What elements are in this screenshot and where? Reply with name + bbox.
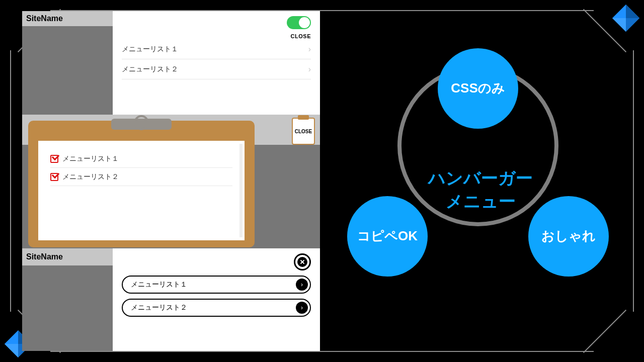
- checkbox-checked-icon: [50, 173, 58, 181]
- menu-item-label: メニューリスト１: [131, 280, 187, 289]
- close-label: CLOSE: [295, 129, 312, 134]
- feature-label: おしゃれ: [541, 228, 596, 244]
- infographic-title: ハンバーガー メニュー: [397, 167, 564, 213]
- frame-right: [633, 50, 634, 312]
- frame-left: [10, 50, 11, 312]
- feature-bubble-top: CSSのみ: [438, 48, 518, 129]
- clipboard-clip-icon: [111, 119, 172, 130]
- site-name-label: SiteName: [26, 14, 63, 23]
- svg-marker-3: [612, 18, 626, 32]
- site-name-header: SiteName: [22, 11, 113, 26]
- feature-label: CSSのみ: [451, 80, 505, 96]
- dropdown-menu: CLOSE メニューリスト１ › メニューリスト２ ›: [113, 11, 320, 115]
- menu-item[interactable]: メニューリスト１ ›: [122, 276, 311, 294]
- frame-bottom: [50, 351, 594, 352]
- close-icon: [297, 257, 307, 267]
- menu-item[interactable]: メニューリスト２: [50, 168, 232, 186]
- chevron-right-icon: ›: [308, 65, 311, 74]
- clipboard-paper: メニューリスト１ メニューリスト２: [38, 141, 245, 240]
- menu-item-label: メニューリスト２: [131, 303, 187, 312]
- clipboard-menu: メニューリスト１ メニューリスト２: [28, 121, 255, 247]
- svg-marker-1: [626, 5, 639, 18]
- menu-item[interactable]: メニューリスト１: [50, 150, 232, 168]
- menu-item-label: メニューリスト１: [122, 45, 178, 54]
- menu-item-label: メニューリスト２: [122, 65, 178, 74]
- menu-item[interactable]: メニューリスト２ ›: [122, 299, 311, 317]
- svg-marker-2: [626, 18, 639, 32]
- close-toggle[interactable]: [287, 16, 311, 29]
- arrow-right-circle-icon: ›: [296, 302, 308, 314]
- feature-label: コピペOK: [357, 228, 418, 244]
- diamond-icon: [611, 3, 641, 33]
- site-name-label: SiteName: [26, 252, 63, 261]
- menu-item[interactable]: メニューリスト２ ›: [122, 59, 311, 79]
- site-name-header: SiteName: [22, 248, 113, 265]
- dropdown-menu: メニューリスト１ › メニューリスト２ ›: [113, 248, 320, 351]
- close-clipboard-button[interactable]: CLOSE: [292, 118, 315, 145]
- close-button[interactable]: [294, 253, 311, 270]
- demo-panel-toggle: SiteName CLOSE メニューリスト１ › メニューリスト２ ›: [22, 11, 320, 115]
- demo-panel-clipboard: CLOSE メニューリスト１ メニューリスト２: [22, 115, 320, 248]
- chevron-right-icon: ›: [308, 45, 311, 54]
- arrow-right-circle-icon: ›: [296, 279, 308, 291]
- svg-marker-7: [5, 344, 18, 357]
- checkbox-checked-icon: [50, 155, 58, 163]
- menu-item[interactable]: メニューリスト１ ›: [122, 39, 311, 59]
- demo-panel-pill: SiteName メニューリスト１ › メニューリスト２ ›: [22, 248, 320, 351]
- close-toggle-label: CLOSE: [122, 33, 311, 39]
- menu-item-label: メニューリスト１: [62, 154, 119, 163]
- menu-item-label: メニューリスト２: [62, 172, 119, 182]
- infographic: CSSのみ コピペOK おしゃれ ハンバーガー メニュー: [322, 30, 624, 332]
